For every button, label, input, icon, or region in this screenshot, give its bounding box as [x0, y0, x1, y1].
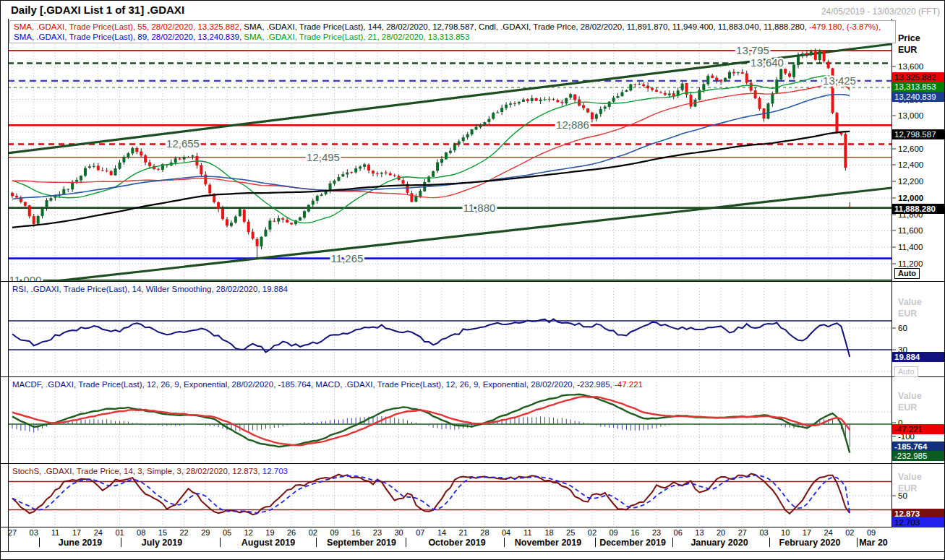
- stoch-d-line: [12, 475, 850, 514]
- macd-value-box: -47.221: [892, 424, 944, 434]
- macd-value-box: -185.764: [892, 441, 944, 452]
- rsi-panel: [8, 319, 891, 357]
- month-separator: [672, 538, 673, 547]
- date-range-label: 24/05/2019 - 13/03/2020 (FFT): [821, 7, 940, 17]
- price-axis-title: Price: [898, 33, 920, 43]
- date-tick-label: 09: [867, 528, 876, 537]
- legend-segment: SMA, .GDAXI, Trade Price(Last), 89, 28/0…: [14, 33, 244, 41]
- price-value-box: 13,325.882: [892, 72, 944, 82]
- month-label: June 2019: [59, 538, 102, 548]
- stoch-legend[interactable]: StochS, .GDAXI, Trade Price, 14, 3, Simp…: [12, 466, 288, 476]
- rsi-legend[interactable]: RSI, .GDAXI, Trade Price(Last), 14, Wild…: [12, 284, 288, 294]
- date-tick-label: 23: [652, 528, 661, 537]
- date-tick-label: 28: [480, 528, 489, 537]
- rsi-axis-tick-label: 60: [898, 324, 907, 333]
- price-axis-unit: EUR: [898, 45, 917, 55]
- date-tick-label: 01: [115, 528, 124, 537]
- price-axis-tick-label: 11,400: [898, 243, 923, 252]
- macd-line: [12, 395, 850, 453]
- legend-segment: MACDF, .GDAXI, Trade Price(Last), 12, 26…: [12, 380, 615, 389]
- month-separator: [406, 538, 406, 547]
- stoch-axis-tick-label: 50: [898, 491, 907, 501]
- legend-segment: SMA, .GDAXI, Trade Price(Last), 144, 28/…: [244, 22, 809, 31]
- month-label: Mar 20: [859, 538, 888, 548]
- date-tick-label: 14: [437, 528, 446, 537]
- price-value-box: 13,313.853: [892, 82, 944, 92]
- date-tick-label: 02: [588, 528, 596, 537]
- legend-segment: SMA, .GDAXI, Trade Price(Last), 55, 28/0…: [14, 22, 244, 31]
- macd-signal-line: [12, 397, 850, 445]
- month-label: August 2019: [241, 538, 295, 548]
- stochastic-panel: [8, 474, 891, 515]
- date-tick-label: 09: [609, 528, 617, 537]
- month-separator: [39, 538, 40, 547]
- legend-segment: RSI, .GDAXI, Trade Price(Last), 14, Wild…: [12, 285, 288, 293]
- date-tick-label: 02: [309, 528, 317, 537]
- date-tick-label: 03: [759, 528, 768, 537]
- date-tick-label: 23: [373, 528, 382, 537]
- macd-panel: [8, 395, 891, 453]
- price-value-box: 13,240.839: [892, 92, 944, 102]
- candles-layer: [11, 48, 851, 258]
- lower-channel: [30, 188, 891, 284]
- month-label: July 2019: [142, 538, 182, 548]
- date-tick-label: 27: [738, 528, 747, 537]
- price-value-box: 11,888.280: [892, 204, 944, 214]
- date-tick-label: 24: [824, 528, 832, 537]
- month-label: February 2020: [779, 538, 841, 548]
- date-tick-label: 08: [137, 528, 145, 537]
- date-tick-label: 19: [265, 528, 274, 537]
- month-label: January 2020: [690, 538, 748, 548]
- date-tick-label: 22: [179, 528, 188, 537]
- date-tick-label: 03: [30, 528, 38, 537]
- date-tick-label: 20: [717, 528, 725, 537]
- price-axis[interactable]: PriceEUR13,60013,40013,20013,00012,80012…: [892, 1, 945, 560]
- date-tick-label: 30: [394, 528, 403, 537]
- sma-144-line: [12, 132, 850, 228]
- date-tick-label: 11: [51, 528, 59, 537]
- date-tick-label: 17: [803, 528, 811, 537]
- date-tick-label: 10: [781, 528, 790, 537]
- month-label: September 2019: [327, 538, 396, 548]
- date-tick-label: 02: [845, 528, 854, 537]
- date-tick-label: 27: [8, 528, 17, 537]
- macd-legend[interactable]: MACDF, .GDAXI, Trade Price(Last), 12, 26…: [12, 379, 643, 389]
- legend-segment: -479.180, (-3.87%),: [809, 22, 881, 31]
- time-axis[interactable]: 2703111724010815222905121926020916233007…: [1, 527, 945, 551]
- level-label-13,425: 13,425: [823, 74, 856, 87]
- rsi-axis-unit: EUR: [898, 309, 917, 319]
- date-tick-label: 05: [223, 528, 231, 537]
- sma-89-line: [12, 95, 850, 199]
- date-tick-label: 16: [630, 528, 639, 537]
- level-label-13,640: 13,640: [751, 56, 784, 69]
- price-axis-tick-label: 11,600: [898, 226, 923, 236]
- main-legend-line1: SMA, .GDAXI, Trade Price(Last), 55, 28/0…: [14, 22, 891, 32]
- month-separator: [769, 538, 770, 547]
- month-separator: [504, 538, 505, 547]
- month-label: November 2019: [515, 538, 581, 548]
- main-legend-line2: SMA, .GDAXI, Trade Price(Last), 89, 28/0…: [14, 32, 891, 42]
- date-tick-label: 24: [94, 528, 103, 537]
- chart-title: Daily [.GDAXI List 1 of 31] .GDAXI: [11, 4, 184, 16]
- date-tick-label: 09: [330, 528, 338, 537]
- stoch-value-box: 12.703: [892, 517, 944, 527]
- legend-segment: -47.221: [615, 380, 643, 389]
- date-tick-label: 16: [351, 528, 360, 537]
- date-tick-label: 17: [72, 528, 81, 537]
- macd-axis-title: Value: [898, 391, 922, 401]
- price-auto-scale-button[interactable]: Auto: [894, 268, 920, 279]
- month-separator: [857, 538, 858, 547]
- rsi-value-box: 19.884: [892, 352, 944, 362]
- date-tick-label: 13: [695, 528, 704, 537]
- price-axis-tick-label: 12,600: [898, 145, 923, 154]
- legend-segment: StochS, .GDAXI, Trade Price, 14, 3, Simp…: [12, 467, 262, 475]
- level-label-11,880: 11,880: [463, 202, 496, 214]
- price-axis-tick-label: 12,200: [898, 177, 923, 186]
- date-tick-label: 25: [566, 528, 575, 537]
- date-tick-label: 21: [459, 528, 468, 537]
- date-tick-label: 07: [416, 528, 424, 537]
- date-tick-label: 11: [523, 528, 531, 537]
- main-legend[interactable]: SMA, .GDAXI, Trade Price(Last), 55, 28/0…: [9, 20, 896, 43]
- month-separator: [121, 538, 121, 547]
- rsi-auto-scale-button[interactable]: Auto: [894, 366, 918, 377]
